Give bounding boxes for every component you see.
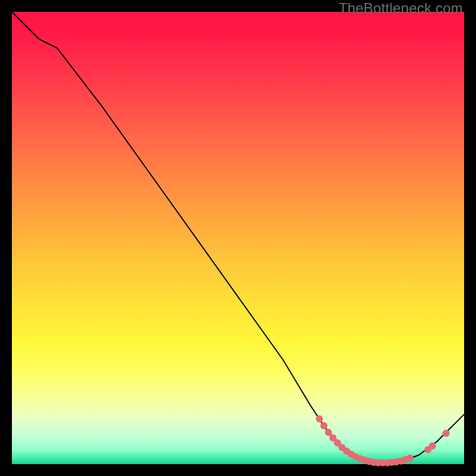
chart-overlay	[12, 12, 464, 464]
scatter-dot	[316, 415, 323, 422]
scatter-dot	[429, 443, 436, 450]
scatter-dot	[406, 455, 414, 462]
bottleneck-curve	[12, 12, 464, 463]
scatter-dot	[443, 430, 450, 437]
chart-frame: TheBottleneck.com	[0, 0, 476, 476]
scatter-dot	[320, 422, 327, 429]
scatter-dots	[316, 415, 450, 466]
